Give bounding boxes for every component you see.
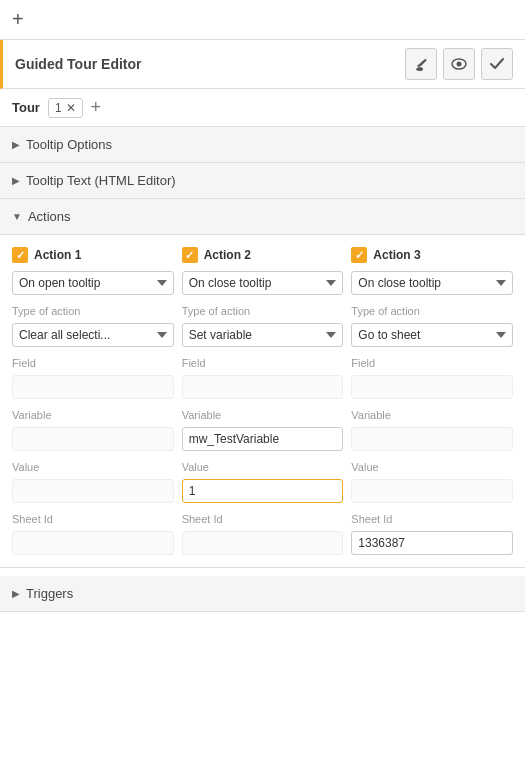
action-3-variable-label: Variable — [351, 409, 513, 421]
action-1-variable-label: Variable — [12, 409, 174, 421]
preview-button[interactable] — [443, 48, 475, 80]
action-3-value-label: Value — [351, 461, 513, 473]
tooltip-options-arrow: ▶ — [12, 139, 20, 150]
actions-section: ✓ Action 1 On open tooltip On close tool… — [0, 235, 525, 568]
actions-arrow: ▼ — [12, 211, 22, 222]
tour-tab-1[interactable]: 1 ✕ — [48, 98, 83, 118]
action-2-value-label: Value — [182, 461, 344, 473]
tooltip-text-arrow: ▶ — [12, 175, 20, 186]
triggers-arrow: ▶ — [12, 588, 20, 599]
action-1-field-input[interactable] — [12, 375, 174, 399]
action-1-variable-input[interactable] — [12, 427, 174, 451]
action-3-trigger-select[interactable]: On open tooltip On close tooltip — [351, 271, 513, 295]
paintbrush-icon — [414, 57, 428, 71]
action-3-col: ✓ Action 3 On open tooltip On close tool… — [351, 247, 513, 555]
action-2-checkbox[interactable]: ✓ — [182, 247, 198, 263]
actions-grid: ✓ Action 1 On open tooltip On close tool… — [12, 247, 513, 555]
tour-label: Tour — [12, 100, 40, 115]
actions-section-header[interactable]: ▼ Actions — [0, 199, 525, 235]
action-2-name: Action 2 — [204, 248, 251, 262]
action-2-type-select[interactable]: Clear all selecti... Set variable Go to … — [182, 323, 344, 347]
checkmark-icon — [490, 58, 504, 70]
action-1-value-input[interactable] — [12, 479, 174, 503]
editor-header: Guided Tour Editor — [0, 40, 525, 89]
tour-tab-close[interactable]: ✕ — [66, 101, 76, 115]
action-3-field-input[interactable] — [351, 375, 513, 399]
triggers-label: Triggers — [26, 586, 73, 601]
action-1-header: ✓ Action 1 — [12, 247, 174, 263]
action-3-name: Action 3 — [373, 248, 420, 262]
action-2-variable-label: Variable — [182, 409, 344, 421]
action-3-variable-input[interactable] — [351, 427, 513, 451]
action-3-sheet-id-input[interactable] — [351, 531, 513, 555]
tooltip-text-label: Tooltip Text (HTML Editor) — [26, 173, 176, 188]
action-2-field-input[interactable] — [182, 375, 344, 399]
svg-point-1 — [457, 62, 462, 67]
action-3-field-label: Field — [351, 357, 513, 369]
actions-label: Actions — [28, 209, 71, 224]
action-2-value-input[interactable] — [182, 479, 344, 503]
tour-tab-bar: Tour 1 ✕ + — [0, 89, 525, 127]
action-2-header: ✓ Action 2 — [182, 247, 344, 263]
action-2-type-label: Type of action — [182, 305, 344, 317]
action-2-trigger-select[interactable]: On open tooltip On close tooltip — [182, 271, 344, 295]
action-3-type-select[interactable]: Clear all selecti... Set variable Go to … — [351, 323, 513, 347]
action-1-checkbox[interactable]: ✓ — [12, 247, 28, 263]
triggers-section[interactable]: ▶ Triggers — [0, 576, 525, 612]
tooltip-text-section[interactable]: ▶ Tooltip Text (HTML Editor) — [0, 163, 525, 199]
top-bar: + — [0, 0, 525, 40]
eye-icon — [451, 58, 467, 70]
action-3-sheet-id-label: Sheet Id — [351, 513, 513, 525]
action-1-sheet-id-label: Sheet Id — [12, 513, 174, 525]
action-1-sheet-id-input[interactable] — [12, 531, 174, 555]
editor-title: Guided Tour Editor — [15, 56, 142, 72]
action-2-sheet-id-label: Sheet Id — [182, 513, 344, 525]
action-1-value-label: Value — [12, 461, 174, 473]
action-1-type-select[interactable]: Clear all selecti... Set variable Go to … — [12, 323, 174, 347]
action-2-sheet-id-input[interactable] — [182, 531, 344, 555]
tooltip-options-label: Tooltip Options — [26, 137, 112, 152]
action-1-type-label: Type of action — [12, 305, 174, 317]
add-tour-tab-button[interactable]: + — [91, 97, 102, 118]
action-3-checkbox[interactable]: ✓ — [351, 247, 367, 263]
header-icons — [405, 48, 513, 80]
action-1-col: ✓ Action 1 On open tooltip On close tool… — [12, 247, 174, 555]
action-2-variable-input[interactable] — [182, 427, 344, 451]
tooltip-options-section[interactable]: ▶ Tooltip Options — [0, 127, 525, 163]
confirm-button[interactable] — [481, 48, 513, 80]
action-1-name: Action 1 — [34, 248, 81, 262]
action-3-header: ✓ Action 3 — [351, 247, 513, 263]
action-3-value-input[interactable] — [351, 479, 513, 503]
action-2-col: ✓ Action 2 On open tooltip On close tool… — [182, 247, 344, 555]
add-icon[interactable]: + — [12, 8, 24, 31]
action-1-field-label: Field — [12, 357, 174, 369]
paintbrush-button[interactable] — [405, 48, 437, 80]
action-3-type-label: Type of action — [351, 305, 513, 317]
action-1-trigger-select[interactable]: On open tooltip On close tooltip — [12, 271, 174, 295]
action-2-field-label: Field — [182, 357, 344, 369]
tour-tab-number: 1 — [55, 101, 62, 115]
